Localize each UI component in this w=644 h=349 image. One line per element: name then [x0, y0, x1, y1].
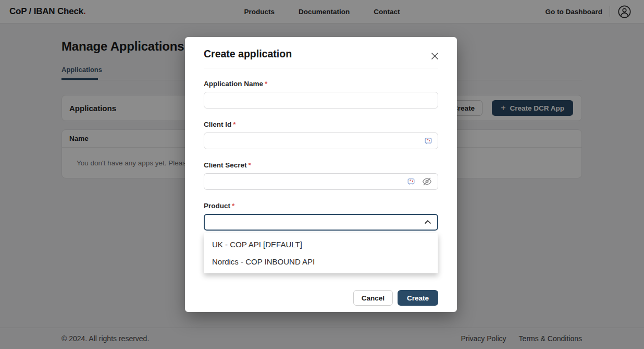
modal-divider [204, 68, 438, 68]
modal-actions: Cancel Create [204, 290, 438, 306]
screen: CoP / IBAN Check. Products Documentation… [0, 0, 644, 349]
application-name-input[interactable] [204, 92, 438, 109]
svg-text:*: * [410, 178, 412, 184]
close-button[interactable] [429, 51, 440, 61]
cancel-button[interactable]: Cancel [353, 290, 393, 306]
client-secret-label: Client Secret* [204, 161, 438, 169]
autofill-vault-icon[interactable]: * [407, 177, 415, 186]
autofill-vault-icon[interactable]: * [424, 137, 432, 145]
modal-form: Application Name* Client Id* * [204, 80, 438, 306]
application-name-label: Application Name* [204, 80, 438, 88]
modal-title: Create application [204, 37, 438, 60]
dropdown-option-uk-cop-api[interactable]: UK - COP API [DEFAULT] [204, 236, 438, 253]
application-name-field-group: Application Name* [204, 80, 438, 109]
product-dropdown-list: UK - COP API [DEFAULT] Nordics - COP INB… [204, 233, 438, 273]
required-asterisk: * [265, 80, 267, 88]
required-asterisk: * [249, 161, 251, 169]
product-select[interactable] [204, 214, 438, 231]
client-id-input[interactable] [204, 133, 438, 149]
client-secret-field-group: Client Secret* * [204, 161, 438, 190]
eye-off-icon [422, 176, 432, 187]
dropdown-option-nordics-cop-inbound-api[interactable]: Nordics - COP INBOUND API [204, 253, 438, 270]
product-label: Product* [204, 202, 438, 210]
close-icon [430, 52, 439, 61]
required-asterisk: * [233, 121, 236, 128]
svg-text:*: * [427, 138, 429, 143]
client-id-field-group: Client Id* * [204, 121, 438, 149]
create-application-modal: Create application Application Name* Cli… [185, 37, 457, 312]
client-id-label: Client Id* [204, 121, 438, 128]
toggle-visibility-button[interactable] [422, 176, 432, 187]
product-field-group: Product* UK - COP API [DEFAULT] Nordics … [204, 202, 438, 231]
required-asterisk: * [232, 202, 234, 210]
chevron-up-icon [424, 220, 431, 225]
client-secret-input[interactable] [204, 173, 438, 190]
modal-create-button[interactable]: Create [398, 290, 438, 306]
